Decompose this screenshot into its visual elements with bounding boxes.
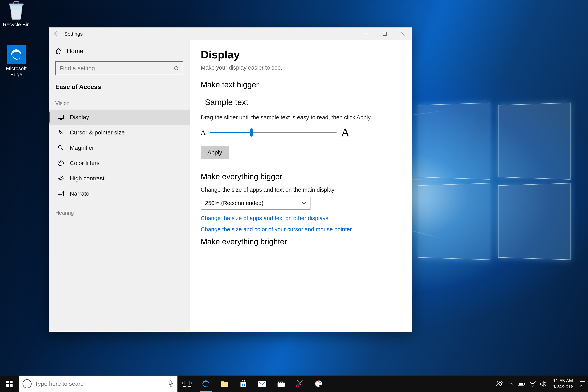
nav-item-high-contrast[interactable]: High contrast [48,171,190,186]
svg-rect-34 [190,382,191,384]
taskbar-paint[interactable] [309,376,328,392]
svg-rect-57 [518,383,523,385]
home-link[interactable]: Home [48,43,190,59]
svg-line-22 [62,176,63,177]
svg-point-14 [61,162,62,162]
svg-point-49 [316,382,318,384]
apply-button[interactable]: Apply [201,146,229,159]
tray-battery[interactable] [516,376,527,392]
slider-max-label: A [341,126,350,139]
main-panel: Display Make your display easier to see.… [190,40,412,332]
link-cursor-size[interactable]: Change the size and color of your cursor… [201,226,400,233]
svg-line-23 [59,180,60,180]
chevron-down-icon [302,202,306,204]
desktop-icon-recycle-bin[interactable]: Recycle Bin [2,1,31,28]
system-tray: * 11:55 AM 9/24/2018 [494,376,588,392]
tray-clock[interactable]: 11:55 AM 9/24/2018 [549,378,577,390]
svg-rect-40 [242,385,243,386]
home-icon [55,48,62,54]
taskbar-store[interactable] [234,376,253,392]
chevron-up-icon [508,382,513,385]
tray-action-center[interactable] [577,376,588,392]
back-button[interactable] [48,28,64,40]
recycle-bin-icon [7,1,26,20]
nav-item-magnifier[interactable]: Magnifier [48,140,190,156]
wallpaper-windows-logo [416,104,576,264]
svg-point-12 [59,162,60,163]
tray-date: 9/24/2018 [552,384,574,390]
svg-point-53 [497,381,500,384]
speaker-icon [540,381,547,387]
desktop-icon-label: Microsoft Edge [2,66,31,78]
sidebar-group-hearing: Hearing [48,201,190,219]
link-other-displays[interactable]: Change the size of apps and text on othe… [201,215,400,222]
slider-hint: Drag the slider until the sample text is… [201,114,400,121]
desktop-icon-microsoft-edge[interactable]: Microsoft Edge [2,45,31,78]
section-make-everything-bigger: Make everything bigger [201,172,400,181]
tray-volume[interactable] [538,376,549,392]
nav-item-display[interactable]: Display [48,110,190,125]
display-scale-dropdown[interactable]: 250% (Recommended) [201,196,310,210]
svg-rect-2 [383,32,386,36]
close-button[interactable] [394,28,412,40]
svg-rect-31 [170,381,172,384]
maximize-icon [382,32,387,36]
cortana-icon [22,379,32,388]
desktop: Recycle Bin Microsoft Edge Settings Hom [0,0,588,392]
titlebar: Settings [48,28,412,40]
taskbar-movies[interactable] [272,376,290,392]
svg-rect-27 [6,381,9,384]
taskbar-search-input[interactable] [35,380,164,387]
svg-point-58 [532,386,533,386]
taskbar-edge[interactable] [196,376,215,392]
section-make-everything-brighter: Make everything brighter [201,237,400,246]
minimize-button[interactable] [358,28,376,40]
svg-text:*: * [535,381,536,383]
taskbar-snip[interactable] [290,376,309,392]
svg-rect-30 [10,384,12,387]
tray-time: 11:55 AM [552,378,574,384]
svg-line-9 [62,148,63,150]
nav-label: Display [70,114,89,120]
settings-search[interactable] [55,61,183,75]
maximize-button[interactable] [376,28,394,40]
svg-point-50 [318,381,319,382]
task-view-icon [182,380,192,388]
svg-rect-24 [58,192,62,195]
svg-line-4 [177,69,178,70]
battery-icon [518,382,526,386]
nav-item-color-filters[interactable]: Color filters [48,156,190,171]
svg-point-3 [174,66,178,70]
tray-wifi[interactable]: * [527,376,538,392]
folder-icon [220,380,229,388]
taskbar-file-explorer[interactable] [215,376,234,392]
text-size-slider[interactable] [210,128,337,136]
taskbar-mail[interactable] [253,376,272,392]
narrator-icon [57,191,64,196]
svg-rect-38 [242,384,243,385]
svg-point-52 [316,384,318,386]
tray-people[interactable] [494,376,505,392]
nav-item-narrator[interactable]: Narrator [48,186,190,201]
page-title: Display [201,48,400,61]
search-icon [174,66,179,71]
scissors-icon [296,380,304,388]
nav-item-cursor[interactable]: Cursor & pointer size [48,125,190,140]
svg-point-51 [320,382,321,383]
scale-description: Change the size of apps and text on the … [201,186,400,193]
sidebar-group-vision: Vision [48,92,190,110]
start-button[interactable] [0,376,19,392]
svg-rect-28 [10,381,12,384]
svg-rect-5 [58,115,64,118]
taskbar-task-view[interactable] [178,376,196,392]
svg-rect-29 [6,384,9,387]
taskbar-search[interactable] [19,376,178,392]
wifi-icon: * [529,381,536,386]
settings-search-input[interactable] [60,65,174,72]
slider-thumb[interactable] [250,128,253,136]
svg-rect-0 [9,4,24,6]
arrow-left-icon [53,30,60,37]
tray-overflow[interactable] [505,376,516,392]
clapperboard-icon [277,380,286,388]
mic-icon[interactable] [168,380,174,387]
